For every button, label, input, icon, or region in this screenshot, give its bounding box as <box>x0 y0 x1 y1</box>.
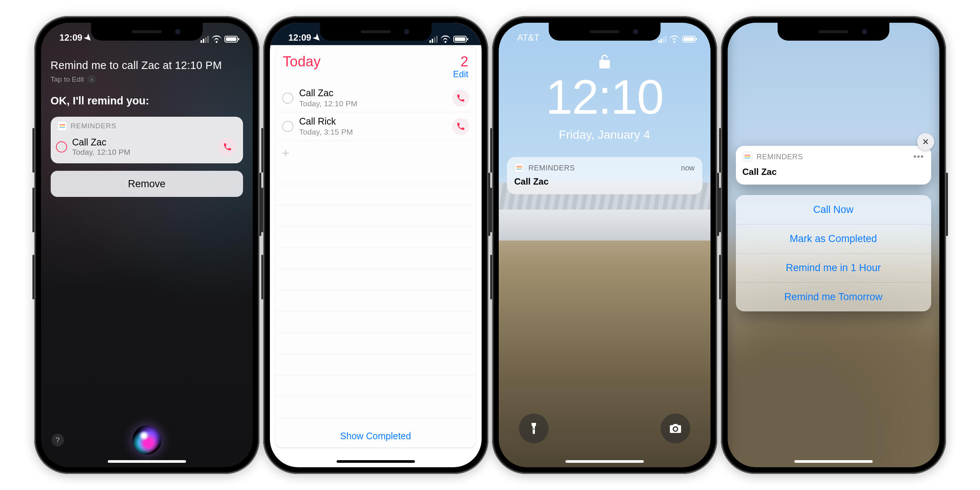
notch <box>778 23 889 41</box>
notification-detail-card[interactable]: REMINDERS ••• Call Zac <box>736 146 931 185</box>
lock-time: 12:10 <box>499 69 711 125</box>
home-indicator[interactable] <box>337 460 415 463</box>
call-button[interactable] <box>452 89 469 107</box>
cell-signal-icon <box>658 36 667 43</box>
action-mark-completed[interactable]: Mark as Completed <box>736 224 931 253</box>
list-title: Today <box>283 54 321 70</box>
cell-signal-icon <box>200 36 209 43</box>
phone-notification-actions: REMINDERS ••• Call Zac Call Now Mark as … <box>721 16 946 474</box>
reminder-preview-card[interactable]: REMINDERS Call Zac Today, 12:10 PM <box>51 117 243 163</box>
tap-to-edit-label: Tap to Edit <box>51 75 84 84</box>
close-icon <box>922 138 929 145</box>
notification-app-name: REMINDERS <box>528 164 575 172</box>
show-completed-button[interactable]: Show Completed <box>275 431 476 442</box>
notification-card[interactable]: REMINDERS now Call Zac <box>507 157 702 194</box>
wifi-icon <box>670 35 679 43</box>
reminder-title: Call Zac <box>299 88 358 99</box>
phone-icon <box>457 123 465 130</box>
home-indicator[interactable] <box>108 460 186 463</box>
lock-date: Friday, January 4 <box>499 128 711 142</box>
notification-title: Call Zac <box>736 165 931 185</box>
reminders-app-icon <box>57 121 67 131</box>
camera-icon <box>669 422 682 435</box>
edit-button[interactable]: Edit <box>453 69 468 80</box>
more-button[interactable]: ••• <box>913 152 924 161</box>
plus-icon: + <box>282 146 290 160</box>
action-list: Call Now Mark as Completed Remind me in … <box>736 195 931 311</box>
close-button[interactable] <box>917 133 934 150</box>
reminders-list: Call Zac Today, 12:10 PM Call Rick Today… <box>275 84 476 447</box>
reminder-app-name: REMINDERS <box>71 122 117 130</box>
question-mark-icon: ? <box>56 436 60 444</box>
action-remind-tomorrow[interactable]: Remind me Tomorrow <box>736 282 931 311</box>
reminder-subtitle: Today, 12:10 PM <box>72 148 130 157</box>
reminder-title: Call Zac <box>72 137 130 148</box>
reminders-card: Today 2 Edit Call Zac Today, 12:10 PM <box>275 46 476 448</box>
notification-app-name: REMINDERS <box>757 153 803 161</box>
flashlight-icon <box>527 422 541 435</box>
reminder-title: Call Rick <box>299 116 353 127</box>
flashlight-button[interactable] <box>519 414 549 443</box>
ruled-lines <box>275 163 476 425</box>
chevron-right-icon: › <box>88 75 96 84</box>
complete-toggle[interactable] <box>282 121 293 132</box>
reminder-row[interactable]: Call Zac Today, 12:10 PM <box>275 84 476 112</box>
phone-reminders-app: 12:09 ➤ Today 2 Edit <box>263 16 488 474</box>
notch <box>320 23 432 41</box>
siri-orb-icon[interactable] <box>132 425 161 455</box>
reminders-app-icon <box>743 152 752 161</box>
remove-button-label: Remove <box>128 178 165 190</box>
phone-lock-screen: AT&T 12:10 Friday, January 4 REMINDERS n… <box>492 16 717 474</box>
reminder-subtitle: Today, 3:15 PM <box>299 127 353 137</box>
reminder-count: 2 <box>453 54 468 70</box>
complete-toggle[interactable] <box>282 92 293 103</box>
phone-icon <box>457 94 465 102</box>
tap-to-edit-button[interactable]: Tap to Edit › <box>51 75 243 84</box>
notch <box>91 23 203 41</box>
reminder-row[interactable]: Call Rick Today, 3:15 PM <box>275 112 476 140</box>
camera-button[interactable] <box>660 414 690 443</box>
wifi-icon <box>212 35 221 43</box>
action-call-now[interactable]: Call Now <box>736 195 931 224</box>
notification-message: Call Zac <box>514 177 695 187</box>
carrier-label: AT&T <box>517 32 540 43</box>
phone-icon <box>223 143 231 151</box>
phone-siri: 12:09 ➤ Remind me to call Zac at 12:10 P… <box>34 16 259 474</box>
wifi-icon <box>441 35 450 43</box>
add-reminder-button[interactable]: + <box>275 140 476 165</box>
reminders-app-icon <box>514 163 524 173</box>
battery-icon <box>453 36 467 43</box>
cell-signal-icon <box>430 36 438 43</box>
unlocked-padlock-icon <box>598 53 611 71</box>
notification-time: now <box>681 164 695 172</box>
siri-response-text: OK, I'll remind you: <box>51 95 243 107</box>
battery-icon <box>682 36 695 43</box>
home-indicator[interactable] <box>565 460 644 463</box>
siri-query-text: Remind me to call Zac at 12:10 PM <box>51 59 243 72</box>
status-time: 12:09 <box>60 32 83 43</box>
reminder-subtitle: Today, 12:10 PM <box>299 99 358 108</box>
notch <box>549 23 660 41</box>
siri-help-button[interactable]: ? <box>51 434 64 446</box>
reminder-bullet-icon[interactable] <box>56 142 67 153</box>
battery-icon <box>224 36 238 43</box>
call-button[interactable] <box>452 118 469 135</box>
status-time: 12:09 <box>288 32 311 43</box>
call-button[interactable] <box>218 138 236 156</box>
remove-button[interactable]: Remove <box>51 171 243 197</box>
action-remind-1-hour[interactable]: Remind me in 1 Hour <box>736 253 931 282</box>
home-indicator[interactable] <box>794 460 873 463</box>
